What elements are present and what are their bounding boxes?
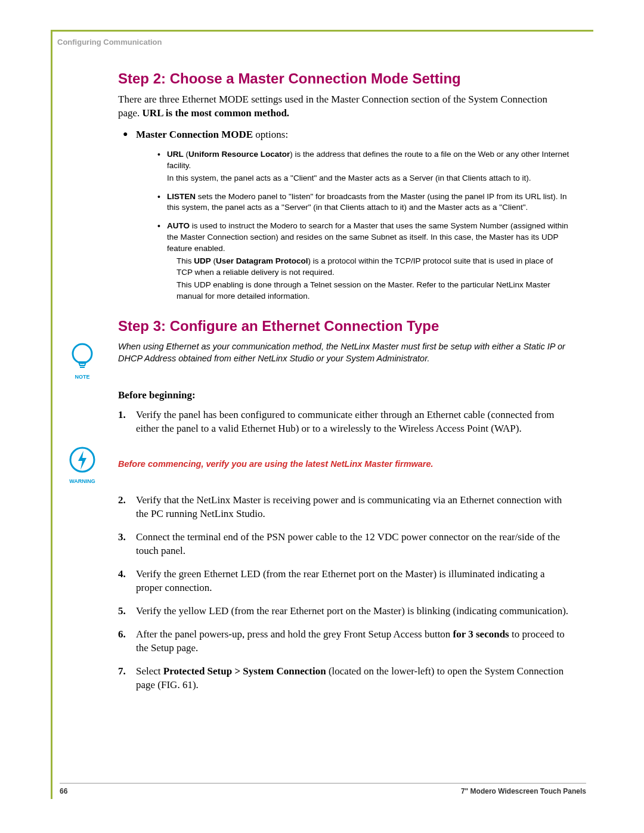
step-text: Verify the panel has been configured to … bbox=[136, 409, 554, 434]
step-item-3: 3. Connect the terminal end of the PSN p… bbox=[134, 531, 569, 558]
note-text: When using Ethernet as your communicatio… bbox=[118, 340, 569, 365]
mode-auto: AUTO is used to instruct the Modero to s… bbox=[157, 221, 569, 302]
step2-intro-bold: URL is the most common method. bbox=[143, 107, 290, 119]
steps-list-rest: 2. Verify that the NetLinx Master is rec… bbox=[118, 494, 569, 692]
note-label: NOTE bbox=[58, 374, 106, 380]
step-text-a: After the panel powers-up, press and hol… bbox=[136, 628, 453, 640]
auto-sub1-d: User Datagram Protocol bbox=[216, 256, 308, 265]
step-num: 3. bbox=[118, 531, 126, 544]
warning-row: WARNING Before commencing, verify you ar… bbox=[118, 445, 569, 484]
step-num: 5. bbox=[118, 605, 126, 618]
footer-title: 7" Modero Widescreen Touch Panels bbox=[461, 787, 586, 795]
step-item-2: 2. Verify that the NetLinx Master is rec… bbox=[134, 494, 569, 521]
step-text: Connect the terminal end of the PSN powe… bbox=[136, 531, 560, 556]
mode-options-line: Master Connection MODE options: bbox=[118, 129, 569, 141]
header-section-label: Configuring Communication bbox=[52, 32, 593, 47]
mode-url-bold: URL bbox=[167, 150, 184, 159]
step3-heading: Step 3: Configure an Ethernet Connection… bbox=[118, 318, 569, 335]
step2-intro: There are three Ethernet MODE settings u… bbox=[118, 93, 569, 120]
step-num: 6. bbox=[118, 628, 126, 642]
mode-options-tail: options: bbox=[253, 129, 288, 140]
mode-options-bold: Master Connection MODE bbox=[136, 129, 253, 140]
step-text: Verify the yellow LED (from the rear Eth… bbox=[136, 605, 568, 617]
before-beginning: Before beginning: bbox=[118, 389, 569, 401]
mode-url-sub: In this system, the panel acts as a "Cli… bbox=[167, 173, 569, 184]
svg-point-0 bbox=[73, 344, 92, 363]
warning-text: Before commencing, verify you are using … bbox=[118, 445, 569, 470]
step-num: 2. bbox=[118, 494, 126, 507]
auto-sub1-a: This bbox=[177, 256, 194, 265]
mode-listen-bold: LISTEN bbox=[167, 192, 196, 201]
step-num: 7. bbox=[118, 665, 126, 679]
step-item-4: 4. Verify the green Ethernet LED (from t… bbox=[134, 568, 569, 595]
step-item-7: 7. Select Protected Setup > System Conne… bbox=[134, 665, 569, 692]
step-text-b: Protected Setup > System Connection bbox=[163, 665, 326, 677]
auto-sub1-b: UDP bbox=[194, 256, 211, 265]
page-content: Step 2: Choose a Master Connection Mode … bbox=[52, 47, 593, 692]
mode-auto-sub2: This UDP enabling is done through a Teln… bbox=[177, 280, 569, 302]
warning-label: WARNING bbox=[58, 478, 106, 484]
warning-icon: WARNING bbox=[58, 445, 106, 484]
step-num: 4. bbox=[118, 568, 126, 581]
bolt-icon bbox=[67, 445, 97, 475]
step-text-b: for 3 seconds bbox=[453, 628, 509, 640]
mode-auto-bold: AUTO bbox=[167, 221, 190, 230]
step-text: Verify the green Ethernet LED (from the … bbox=[136, 568, 544, 593]
step-item-6: 6. After the panel powers-up, press and … bbox=[134, 628, 569, 655]
page-number: 66 bbox=[60, 787, 67, 795]
step-num: 1. bbox=[118, 408, 126, 422]
mode-sub-list: URL (Uniform Resource Locator) is the ad… bbox=[157, 149, 569, 302]
mode-auto-tail: is used to instruct the Modero to search… bbox=[167, 221, 568, 253]
note-row: NOTE When using Ethernet as your communi… bbox=[118, 340, 569, 380]
steps-list-top: 1. Verify the panel has been configured … bbox=[118, 408, 569, 436]
mode-url: URL (Uniform Resource Locator) is the ad… bbox=[157, 149, 569, 184]
page-frame: Configuring Communication Step 2: Choose… bbox=[51, 30, 593, 799]
mode-listen-tail: sets the Modero panel to "listen" for br… bbox=[167, 192, 567, 212]
mode-url-paren-bold: Uniform Resource Locator bbox=[188, 150, 290, 159]
mode-listen: LISTEN sets the Modero panel to "listen"… bbox=[157, 191, 569, 214]
auto-sub1-c: ( bbox=[211, 256, 216, 265]
step2-heading: Step 2: Choose a Master Connection Mode … bbox=[118, 70, 569, 87]
mode-auto-sub1: This UDP (User Datagram Protocol) is a p… bbox=[177, 256, 569, 278]
lightbulb-icon bbox=[67, 340, 97, 370]
page-footer: 66 7" Modero Widescreen Touch Panels bbox=[60, 783, 586, 795]
step-item-5: 5. Verify the yellow LED (from the rear … bbox=[134, 605, 569, 618]
step-text: Verify that the NetLinx Master is receiv… bbox=[136, 494, 562, 519]
step-item-1: 1. Verify the panel has been configured … bbox=[134, 408, 569, 436]
note-icon: NOTE bbox=[58, 340, 106, 380]
step-text-a: Select bbox=[136, 665, 163, 677]
